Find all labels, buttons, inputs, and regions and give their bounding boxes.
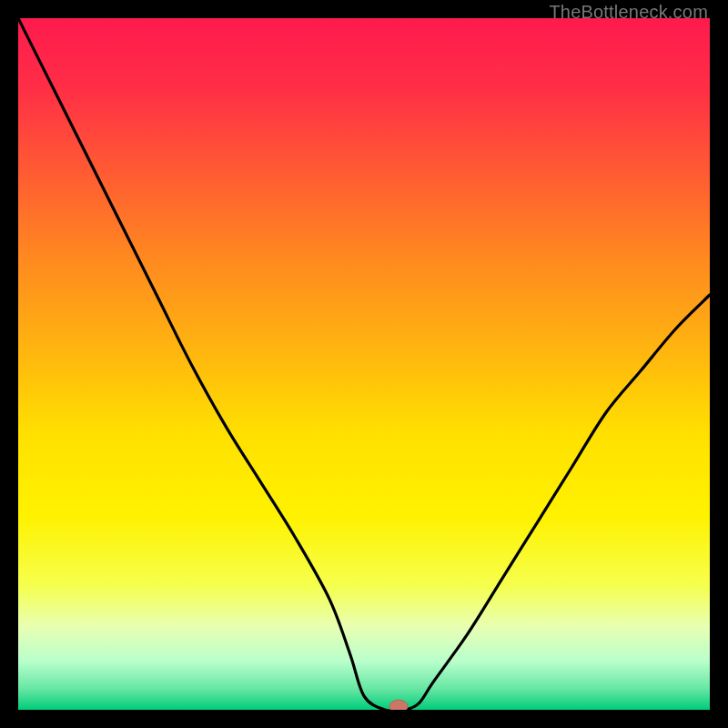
bottleneck-chart <box>18 18 710 710</box>
optimal-point-marker <box>389 700 408 710</box>
gradient-background <box>18 18 710 710</box>
chart-frame <box>18 18 710 710</box>
